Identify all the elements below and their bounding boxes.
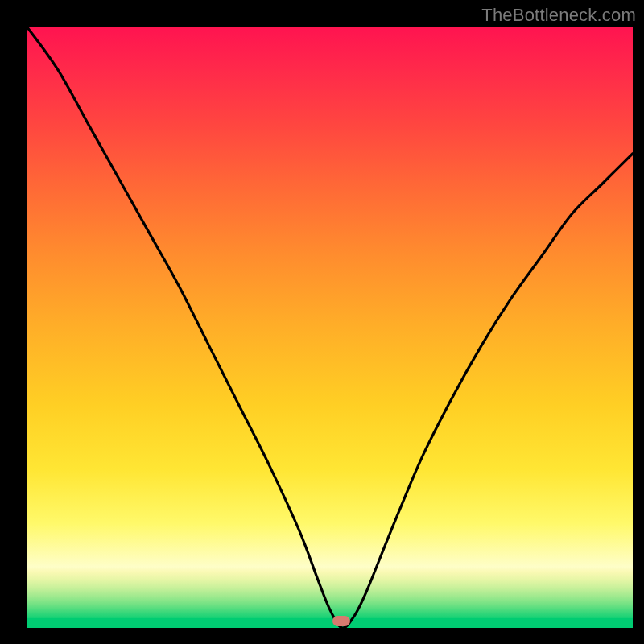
plot-area — [27, 27, 633, 628]
watermark-text: TheBottleneck.com — [481, 5, 636, 26]
chart-frame: TheBottleneck.com — [0, 0, 644, 644]
gradient-red-yellow — [27, 27, 633, 567]
minimum-marker — [332, 616, 350, 626]
gradient-transition — [27, 567, 633, 618]
gradient-green — [27, 618, 633, 628]
